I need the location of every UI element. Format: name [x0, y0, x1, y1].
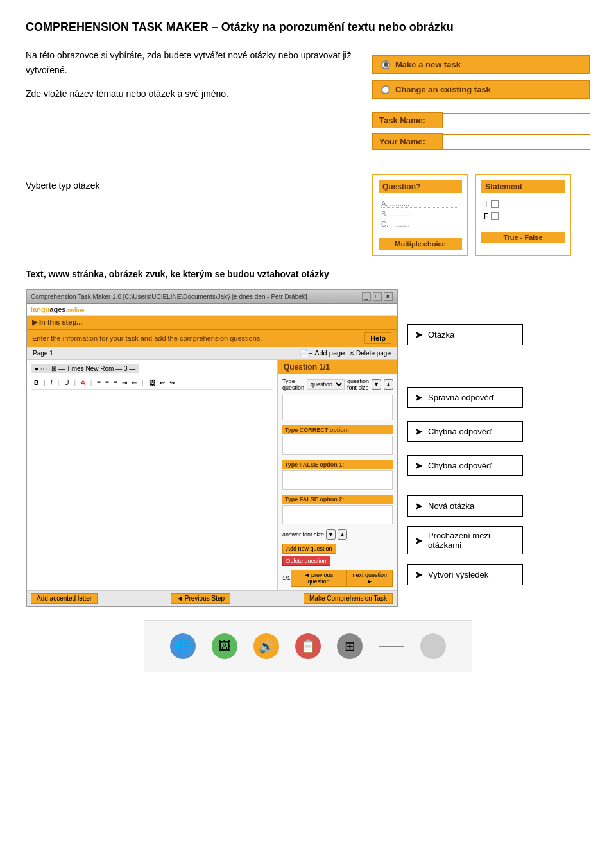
app-instruction-bar: Enter the information for your task and … — [27, 330, 397, 347]
icons-box: 🌐 🖼 🔊 📋 ⊞ — [144, 620, 472, 672]
font-size-down[interactable]: ▼ — [372, 379, 381, 390]
arrow-question: ➤ — [415, 329, 423, 341]
true-false-box[interactable]: Statement T F True - False — [475, 174, 571, 256]
help-button[interactable]: Help — [364, 332, 391, 344]
answer-font-row: answer font size ▼ ▲ — [282, 529, 393, 540]
spacer7 — [407, 558, 523, 561]
app-titlebar: Comprehension Task Maker 1.0 [C:\Users\U… — [27, 290, 397, 304]
annotation-new-question-text: Nová otázka — [428, 501, 474, 511]
arrow-create-result: ➤ — [415, 569, 423, 581]
app-screenshot: Comprehension Task Maker 1.0 [C:\Users\U… — [26, 289, 398, 607]
icon-table[interactable]: ⊞ — [337, 633, 363, 659]
arrow-new-question: ➤ — [415, 500, 423, 512]
tf-header: Statement — [481, 180, 565, 193]
toolbar-delete-page[interactable]: ✕ Delete page — [347, 349, 393, 357]
type-select[interactable]: question — [307, 379, 345, 390]
align-left-icon[interactable]: ≡ — [96, 379, 102, 387]
clipboard-icon: 📋 — [295, 633, 321, 659]
annotations-panel: ➤ Otázka ➤ Správná odpověď ➤ Chybná odpo… — [407, 289, 523, 607]
insert-image-icon[interactable]: 🖼 — [148, 379, 157, 387]
answer-font-down[interactable]: ▼ — [326, 529, 336, 540]
middle-right: Question? A. .......... B. .......... C.… — [372, 174, 590, 256]
prev-question-button[interactable]: ◄ previous question — [291, 570, 347, 587]
radio-option-change[interactable]: Change an existing task — [372, 80, 590, 99]
audio-icon: 🔊 — [253, 633, 279, 659]
annotation-navigation: ➤ Procházení mezi otázkami — [407, 526, 523, 554]
tf-checkbox-f — [491, 212, 499, 220]
next-question-button[interactable]: next question ► — [346, 570, 393, 587]
icon-clipboard[interactable]: 📋 — [295, 633, 321, 659]
page-title: COMPREHENSION TASK MAKER – Otázky na por… — [26, 19, 590, 35]
icon-audio[interactable]: 🔊 — [253, 633, 279, 659]
annotation-wrong1-text: Chybná odpověď — [428, 427, 492, 436]
indent-icon[interactable]: ⇥ — [121, 379, 128, 387]
question-panel-header: Question 1/1 — [278, 360, 397, 374]
annotation-new-question: ➤ Nová otázka — [407, 495, 523, 517]
mc-content: A. .......... B. .......... C. .........… — [379, 197, 462, 233]
font-size-up[interactable]: ▲ — [384, 379, 393, 390]
italic-icon[interactable]: I — [49, 379, 54, 387]
previous-step-button[interactable]: ◄ Previous Step — [171, 593, 230, 604]
annotation-navigation-text: Procházení mezi otázkami — [428, 531, 516, 550]
redo-icon[interactable]: ↪ — [168, 379, 176, 387]
question-field — [282, 395, 393, 420]
your-name-row: Your Name: — [372, 133, 590, 150]
underline-icon[interactable]: U — [63, 379, 70, 387]
description1: Na této obrazovce si vybíráte, zda budet… — [26, 48, 359, 77]
middle-section: Vyberte typ otázek Question? A. ........… — [26, 174, 590, 256]
correct-option-input[interactable] — [282, 436, 393, 455]
false-option1-label: Type FALSE option 1: — [282, 460, 393, 469]
editor-toolbar: B | I | U | A | ≡ ≡ ≡ ⇥ ⇤ | 🖼 — [31, 377, 273, 390]
maximize-button[interactable]: □ — [373, 292, 382, 301]
false-option1-field: Type FALSE option 1: — [282, 460, 393, 490]
radio-option-new[interactable]: Make a new task — [372, 55, 590, 74]
icon-globe[interactable]: 🌐 — [170, 633, 196, 659]
mc-header: Question? — [379, 180, 462, 193]
outdent-icon[interactable]: ⇤ — [130, 379, 138, 387]
task-name-input[interactable] — [443, 113, 590, 128]
false-option2-field: Type FALSE option 2: — [282, 495, 393, 524]
app-container: Comprehension Task Maker 1.0 [C:\Users\U… — [26, 289, 590, 607]
app-logo: languages.online — [31, 305, 84, 313]
toolbar-add-page[interactable]: 📄+ Add page — [300, 349, 345, 357]
arrow-correct: ➤ — [415, 391, 423, 404]
question-input[interactable] — [282, 395, 393, 420]
app-editor: ● ○ ○ ⊞ — Times New Rom — 3 — B | I | U … — [27, 360, 278, 590]
spacer2 — [407, 348, 523, 384]
font-color-icon[interactable]: A — [80, 379, 87, 387]
your-name-input[interactable] — [443, 134, 590, 150]
answer-font-up[interactable]: ▲ — [338, 529, 347, 540]
icon-image[interactable]: 🖼 — [212, 633, 237, 659]
delete-question-button[interactable]: Delete question — [282, 556, 330, 566]
mc-footer: Multiple choice — [379, 238, 462, 250]
arrow-wrong2: ➤ — [415, 459, 423, 472]
false-option1-input[interactable] — [282, 470, 393, 490]
editor-content-area[interactable] — [31, 393, 273, 521]
make-task-button[interactable]: Make Comprehension Task — [304, 593, 393, 604]
annotation-question: ➤ Otázka — [407, 324, 523, 345]
minimize-button[interactable]: _ — [362, 292, 371, 301]
add-question-button[interactable]: Add new question — [282, 544, 336, 554]
app-toolbar: Page 1 📄+ Add page ✕ Delete page — [27, 347, 397, 360]
close-button[interactable]: ✕ — [384, 292, 393, 301]
false-option2-label: Type FALSE option 2: — [282, 495, 393, 504]
radio-label-change: Change an existing task — [395, 85, 491, 94]
false-option2-input[interactable] — [282, 505, 393, 524]
app-questions-panel: Question 1/1 Type question question ques… — [278, 360, 397, 590]
annotation-create-result: ➤ Vytvoří výsledek — [407, 564, 523, 585]
align-center-icon[interactable]: ≡ — [104, 379, 110, 387]
correct-option-label: Type CORRECT option: — [282, 425, 393, 434]
undo-icon[interactable]: ↩ — [158, 379, 166, 387]
annotation-correct: ➤ Správná odpověď — [407, 387, 523, 408]
add-accented-button[interactable]: Add accented letter — [31, 593, 98, 604]
bold-icon[interactable]: B — [33, 379, 40, 387]
font-size-label: question font size — [347, 378, 369, 391]
mc-option-b: B. .......... — [381, 210, 459, 218]
align-right-icon[interactable]: ≡ — [112, 379, 119, 387]
middle-left: Vyberte typ otázek — [26, 174, 359, 256]
multiple-choice-box[interactable]: Question? A. .......... B. .......... C.… — [372, 174, 468, 256]
tf-option-f: F — [484, 212, 562, 221]
extra-icon[interactable] — [420, 633, 446, 659]
task-name-label: Task Name: — [372, 112, 443, 128]
bottom-icons-section: 🌐 🖼 🔊 📋 ⊞ — [26, 620, 590, 672]
